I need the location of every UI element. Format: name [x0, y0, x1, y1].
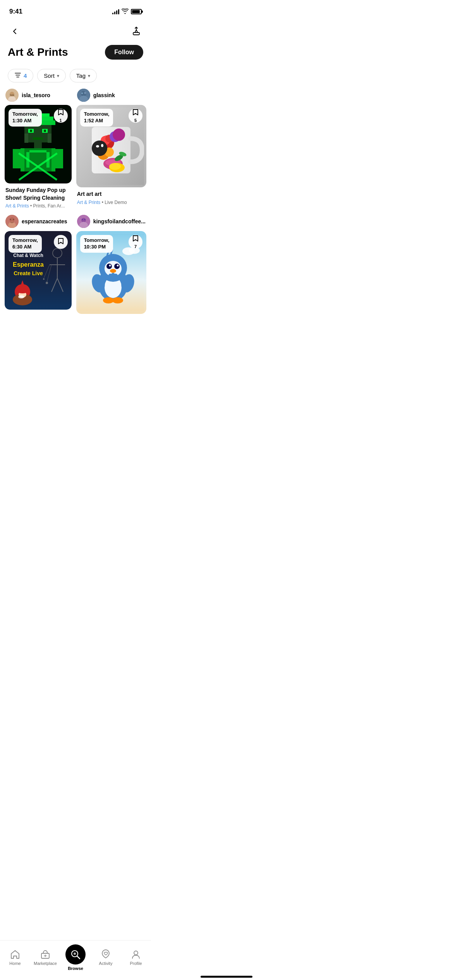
time-badge-kings: Tomorrow,10:30 PM [80, 235, 113, 253]
card-grid: isla isla_tesoro [0, 89, 151, 319]
time-badge-glassink: Tomorrow,1:52 AM [80, 109, 113, 127]
battery-icon [131, 9, 142, 14]
bookmark-count-kings: 7 [134, 244, 137, 249]
card-info-esperanza [5, 310, 72, 314]
svg-text:isla: isla [10, 94, 14, 96]
filter-count-button[interactable]: 4 [8, 69, 33, 82]
svg-point-95 [117, 264, 119, 266]
svg-rect-0 [133, 33, 139, 35]
avatar-isla: isla [5, 89, 19, 102]
wifi-icon [122, 9, 129, 15]
card-image-glassink: Tomorrow,1:52 AM 5 [76, 105, 146, 187]
sort-chevron-icon: ▾ [57, 73, 59, 79]
svg-point-48 [96, 145, 99, 147]
svg-text:Esperanza: Esperanza [13, 261, 44, 268]
card-esperanza[interactable]: esperanzacreates [5, 215, 72, 318]
tag-label: Tag [76, 72, 86, 79]
avatar-esperanza [5, 215, 19, 228]
svg-point-102 [103, 297, 114, 303]
svg-point-96 [110, 269, 116, 273]
bookmark-btn-glassink[interactable]: 5 [129, 109, 142, 123]
svg-point-34 [81, 93, 83, 94]
svg-point-101 [114, 274, 118, 278]
card-tags-glassink: Art & Prints • Live Demo [77, 200, 146, 205]
svg-point-81 [82, 219, 83, 220]
back-button[interactable] [8, 24, 22, 38]
svg-point-35 [84, 92, 86, 94]
card-tag-secondary-isla: Prints, Fan Ar... [33, 203, 65, 209]
card-tag-primary-glassink[interactable]: Art & Prints [77, 200, 101, 205]
card-tag-secondary-glassink: Live Demo [105, 200, 127, 205]
card-title-glassink: Art art art [77, 190, 146, 198]
svg-point-94 [109, 264, 111, 266]
card-tag-primary-isla[interactable]: Art & Prints [5, 203, 29, 209]
status-icons [112, 9, 142, 15]
bookmark-icon-kings [132, 235, 139, 243]
tag-button[interactable]: Tag ▾ [70, 69, 97, 82]
avatar-kings [77, 215, 90, 228]
tag-chevron-icon: ▾ [88, 73, 90, 79]
avatar-glassink [77, 89, 90, 102]
bookmark-btn-isla[interactable]: 1 [54, 109, 68, 123]
svg-text:Chat & Watch: Chat & Watch [14, 253, 44, 258]
sort-label: Sort [44, 72, 55, 79]
bookmark-icon-esp [58, 238, 64, 246]
svg-point-82 [84, 219, 85, 220]
card-isla-tesoro[interactable]: isla isla_tesoro [5, 89, 72, 210]
username-glassink: glassink [93, 92, 115, 98]
status-bar: 9:41 [0, 0, 151, 21]
time-badge-isla: Tomorrow,1:30 AM [9, 109, 42, 127]
card-info-kings [76, 314, 146, 319]
card-title-isla: Sunday Funday Pop up Show! Spring Cleani… [5, 187, 71, 202]
time-badge-esperanza: Tomorrow,6:30 AM [9, 235, 42, 253]
svg-point-42 [113, 128, 125, 141]
filter-icon [14, 72, 21, 79]
bookmark-icon [58, 109, 64, 117]
card-user-row-kings: kingsfoilandcoffee... [76, 215, 146, 228]
bookmark-count-isla: 1 [60, 118, 62, 123]
bookmark-icon-glass [132, 109, 139, 117]
svg-point-49 [101, 144, 103, 147]
signal-icon [112, 9, 119, 14]
svg-point-74 [18, 290, 27, 293]
card-user-row-glassink: glassink [76, 89, 146, 102]
svg-point-93 [114, 264, 120, 269]
card-info-glassink: Art art art Art & Prints • Live Demo [76, 187, 146, 207]
share-button[interactable] [129, 24, 143, 38]
card-glassink[interactable]: glassink [76, 89, 146, 210]
follow-button[interactable]: Follow [105, 45, 143, 60]
svg-point-67 [46, 282, 48, 284]
svg-point-53 [109, 163, 121, 170]
svg-point-103 [112, 297, 123, 303]
sort-button[interactable]: Sort ▾ [37, 69, 66, 82]
card-tags-isla: Art & Prints • Prints, Fan Ar... [5, 203, 71, 209]
top-nav [0, 21, 151, 42]
username-isla: isla_tesoro [22, 92, 50, 98]
filter-count: 4 [24, 72, 27, 79]
svg-point-68 [43, 278, 45, 280]
svg-point-72 [18, 295, 24, 298]
card-kings[interactable]: kingsfoilandcoffee... [76, 215, 146, 318]
content-wrap: Art & Prints Follow 4 Sort ▾ Tag ▾ [0, 42, 151, 357]
username-esperanza: esperanzacreates [22, 218, 67, 224]
svg-point-92 [106, 264, 112, 269]
card-info-isla: Sunday Funday Pop up Show! Spring Cleani… [5, 183, 72, 210]
username-kings: kingsfoilandcoffee... [93, 218, 146, 224]
svg-point-57 [10, 219, 11, 220]
card-user-row-esperanza: esperanzacreates [5, 215, 72, 228]
page-title: Art & Prints [8, 46, 68, 58]
card-image-isla: Tomorrow,1:30 AM 1 [5, 105, 72, 183]
card-image-esperanza: Chat & Watch Esperanza Create Live Tomor… [5, 231, 72, 310]
filter-bar: 4 Sort ▾ Tag ▾ [0, 66, 151, 89]
svg-point-47 [92, 140, 107, 156]
card-tag-sep-isla: • [30, 203, 33, 209]
card-user-row: isla isla_tesoro [5, 89, 72, 102]
page-header: Art & Prints Follow [0, 42, 151, 66]
bookmark-btn-esperanza[interactable] [54, 235, 68, 249]
svg-text:Create Live: Create Live [14, 270, 43, 276]
card-image-kings: Tomorrow,10:30 PM 7 [76, 231, 146, 314]
status-time: 9:41 [9, 8, 22, 15]
bookmark-count-glassink: 5 [134, 118, 137, 123]
svg-point-58 [13, 219, 14, 220]
